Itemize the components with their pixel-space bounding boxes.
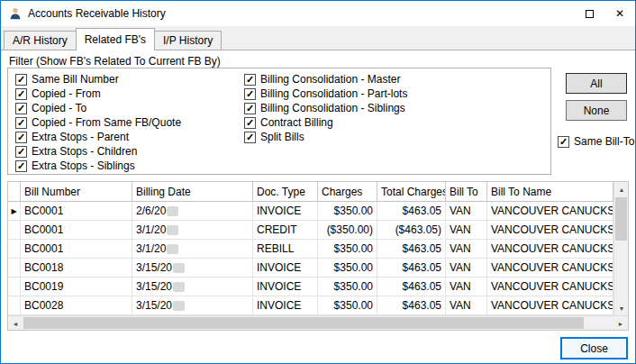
checkbox-label: Contract Billing bbox=[260, 116, 333, 129]
vertical-scrollbar[interactable]: ▲ ▼ bbox=[613, 182, 628, 315]
tab-ar-history[interactable]: A/R History bbox=[4, 31, 77, 50]
column-header-bill-to-name[interactable]: Bill To Name bbox=[487, 182, 613, 201]
all-button[interactable]: All bbox=[566, 73, 627, 94]
maximize-button[interactable] bbox=[574, 1, 604, 26]
checkbox-billing-consolidation-master[interactable]: ✓Billing Consolidation - Master bbox=[244, 72, 407, 86]
tab-related-fbs[interactable]: Related FB's bbox=[76, 28, 155, 50]
tab-strip: A/R History Related FB's I/P History bbox=[1, 26, 635, 50]
app-icon bbox=[8, 6, 23, 21]
checkbox-split-bills[interactable]: ✓Split Bills bbox=[244, 130, 407, 144]
grid-header-row: Bill Number Billing Date Doc. Type Charg… bbox=[8, 182, 613, 202]
cell-billing-date: 3/15/20 bbox=[132, 259, 253, 277]
scroll-down-icon[interactable]: ▼ bbox=[614, 301, 629, 315]
checkbox-billing-consolidation-siblings[interactable]: ✓Billing Consolidation - Siblings bbox=[244, 101, 407, 115]
redacted-date-digits bbox=[173, 301, 185, 311]
horizontal-scrollbar-thumb[interactable] bbox=[23, 317, 584, 329]
checkbox-extra-stops-parent[interactable]: ✓Extra Stops - Parent bbox=[15, 130, 181, 144]
tab-label: Related FB's bbox=[85, 33, 146, 46]
cell-bill-to: VAN bbox=[446, 240, 487, 258]
row-indicator-cell bbox=[8, 259, 21, 277]
scroll-right-icon[interactable]: ► bbox=[613, 316, 628, 331]
checkbox-label: Billing Consolidation - Siblings bbox=[260, 102, 405, 114]
cell-charges: $350.00 bbox=[318, 259, 377, 277]
checkbox-label: Extra Stops - Siblings bbox=[32, 159, 135, 172]
checkbox-same-bill-to[interactable]: ✓ Same Bill-To bbox=[558, 134, 634, 149]
window-title: Accounts Receivable History bbox=[28, 7, 166, 20]
cell-total-charges: $463.05 bbox=[377, 259, 446, 277]
checkmark-icon: ✓ bbox=[244, 132, 256, 143]
table-row[interactable]: BC0019 3/15/20 INVOICE $350.00 $463.05 V… bbox=[8, 278, 613, 296]
table-row[interactable]: BC0018 3/15/20 INVOICE $350.00 $463.05 V… bbox=[8, 259, 613, 278]
cell-billing-date: 3/15/20 bbox=[132, 278, 253, 296]
checkmark-icon: ✓ bbox=[15, 103, 27, 114]
close-window-button[interactable]: ✕ bbox=[604, 1, 635, 26]
close-icon: ✕ bbox=[615, 8, 624, 19]
checkbox-billing-consolidation-part-lots[interactable]: ✓Billing Consolidation - Part-lots bbox=[244, 86, 407, 101]
cell-total-charges: $463.05 bbox=[377, 296, 446, 314]
current-row-indicator-icon: ▶ bbox=[8, 202, 21, 220]
row-indicator-cell bbox=[8, 240, 21, 258]
redacted-date-digits bbox=[167, 206, 178, 216]
checkbox-label: Copied - From Same FB/Quote bbox=[32, 116, 181, 129]
checkmark-icon: ✓ bbox=[244, 74, 256, 86]
checkbox-extra-stops-children[interactable]: ✓Extra Stops - Children bbox=[15, 144, 181, 159]
scroll-up-icon[interactable]: ▲ bbox=[614, 182, 629, 196]
checkmark-icon: ✓ bbox=[244, 88, 256, 100]
filter-right-column: ✓Billing Consolidation - Master ✓Billing… bbox=[244, 72, 407, 144]
title-bar[interactable]: Accounts Receivable History ✕ bbox=[1, 1, 635, 26]
checkmark-icon: ✓ bbox=[558, 136, 569, 148]
checkbox-label: Same Bill-To bbox=[574, 135, 634, 148]
table-row[interactable]: BC0028 3/15/20 INVOICE $350.00 $463.05 V… bbox=[8, 296, 613, 315]
checkbox-copied-from-same-fb-quote[interactable]: ✓Copied - From Same FB/Quote bbox=[15, 115, 181, 130]
checkmark-icon: ✓ bbox=[244, 117, 256, 129]
column-header-charges[interactable]: Charges bbox=[318, 182, 377, 201]
column-header-billing-date[interactable]: Billing Date bbox=[132, 182, 253, 201]
row-indicator-cell bbox=[8, 278, 21, 296]
cell-billing-date: 3/1/20 bbox=[132, 240, 253, 258]
table-row[interactable]: ▶ BC0001 2/6/20 INVOICE $350.00 $463.05 … bbox=[8, 202, 613, 221]
cell-billing-date: 3/15/20 bbox=[132, 296, 253, 314]
cell-charges: $350.00 bbox=[318, 278, 377, 296]
cell-billing-date: 2/6/20 bbox=[132, 202, 253, 220]
none-button[interactable]: None bbox=[566, 100, 627, 121]
checkbox-extra-stops-siblings[interactable]: ✓Extra Stops - Siblings bbox=[15, 159, 181, 173]
cell-bill-to: VAN bbox=[446, 202, 487, 220]
cell-total-charges: $463.05 bbox=[377, 278, 446, 296]
table-row[interactable]: BC0001 3/1/20 REBILL $350.00 $463.05 VAN… bbox=[8, 240, 613, 259]
column-header-doc-type[interactable]: Doc. Type bbox=[253, 182, 318, 201]
cell-bill-to-name: VANCOUVER CANUCKS bbox=[487, 278, 613, 296]
checkbox-copied-to[interactable]: ✓Copied - To bbox=[15, 101, 181, 115]
column-header-total-charges[interactable]: Total Charges bbox=[377, 182, 446, 201]
close-button[interactable]: Close bbox=[560, 337, 628, 359]
checkbox-contract-billing[interactable]: ✓Contract Billing bbox=[244, 115, 407, 130]
table-row[interactable]: BC0001 3/1/20 CREDIT ($350.00) ($463.05)… bbox=[8, 221, 613, 240]
cell-doc-type: CREDIT bbox=[253, 221, 318, 239]
checkmark-icon: ✓ bbox=[244, 103, 256, 114]
filter-groupbox: ✓Same Bill Number ✓Copied - From ✓Copied… bbox=[7, 68, 551, 175]
cell-bill-number: BC0001 bbox=[21, 221, 132, 239]
related-fbs-page: Filter (Show FB's Related To Current FB … bbox=[1, 50, 635, 363]
cell-doc-type: REBILL bbox=[253, 240, 318, 258]
checkmark-icon: ✓ bbox=[15, 88, 27, 100]
cell-bill-to: VAN bbox=[446, 296, 487, 314]
cell-doc-type: INVOICE bbox=[253, 296, 318, 314]
vertical-scrollbar-thumb[interactable] bbox=[615, 197, 627, 241]
cell-charges: $350.00 bbox=[318, 296, 377, 314]
cell-bill-number: BC0018 bbox=[21, 259, 132, 277]
column-header-bill-number[interactable]: Bill Number bbox=[21, 182, 132, 201]
checkbox-same-bill-number[interactable]: ✓Same Bill Number bbox=[15, 72, 181, 86]
horizontal-scrollbar[interactable]: ◄ ► bbox=[8, 315, 628, 330]
checkbox-label: Copied - From bbox=[32, 87, 101, 100]
row-indicator-cell bbox=[8, 221, 21, 239]
cell-charges: $350.00 bbox=[318, 202, 377, 220]
cell-bill-number: BC0001 bbox=[21, 202, 132, 220]
cell-total-charges: $463.05 bbox=[377, 240, 446, 258]
date-text: 3/1/20 bbox=[136, 242, 166, 255]
scroll-left-icon[interactable]: ◄ bbox=[8, 316, 23, 331]
column-header-bill-to[interactable]: Bill To bbox=[446, 182, 487, 201]
checkbox-copied-from[interactable]: ✓Copied - From bbox=[15, 86, 181, 101]
date-text: 3/1/20 bbox=[136, 223, 166, 236]
tab-ip-history[interactable]: I/P History bbox=[154, 31, 222, 50]
cell-total-charges: $463.05 bbox=[377, 202, 446, 220]
cell-bill-to-name: VANCOUVER CANUCKS bbox=[487, 221, 613, 239]
